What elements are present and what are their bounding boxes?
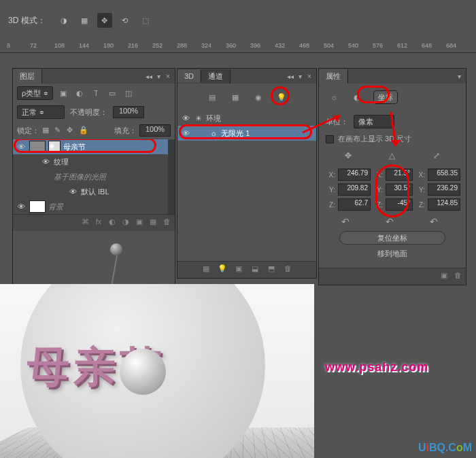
adjustment-icon[interactable]: ◑ — [120, 217, 131, 228]
trash-icon[interactable]: 🗑 — [282, 264, 293, 275]
orbit-icon[interactable]: ◑ — [56, 13, 71, 28]
ruler-tick: 468 — [299, 42, 309, 49]
rotate-axis-icon[interactable]: △ — [386, 151, 399, 164]
reset-pos-icon[interactable]: ↶ — [341, 216, 355, 227]
layer-item-ibl[interactable]: 👁 默认 IBL — [13, 184, 175, 199]
layer-thumb[interactable] — [29, 200, 46, 213]
ruler-tick: 108 — [54, 42, 65, 49]
close-icon[interactable]: × — [164, 73, 172, 80]
link-icon[interactable]: ⌘ — [80, 217, 90, 228]
properties-tab[interactable]: 属性 — [319, 69, 348, 84]
pos-y-input[interactable]: 209.82 — [338, 183, 371, 196]
move-icon[interactable]: ✥ — [97, 13, 112, 28]
brand-char: U — [418, 442, 426, 453]
layer-item-texture[interactable]: 👁 纹理 — [13, 154, 175, 169]
pan-icon[interactable]: ▦ — [77, 13, 92, 28]
move-to-ground-button[interactable]: 移到地面 — [339, 247, 445, 261]
render-icon[interactable]: ▦ — [201, 264, 211, 275]
layers-tab[interactable]: 图层 — [13, 69, 42, 84]
pos-x-input[interactable]: 246.79 — [338, 169, 371, 181]
fx-icon[interactable]: fx — [93, 217, 104, 228]
lock-pixels-icon[interactable]: ▦ — [42, 126, 52, 135]
channels-tab[interactable]: 通道 — [201, 69, 231, 84]
panel-header: 属性 ▾ — [319, 69, 466, 84]
3d-item-environment[interactable]: 👁 ☀ 环境 — [177, 111, 316, 126]
3d-footer: ▦ 💡 ▣ ⬓ ⬒ 🗑 — [177, 261, 316, 278]
pos-z-input[interactable]: 62.7 — [338, 198, 371, 211]
menu-icon[interactable]: ▾ — [154, 73, 163, 80]
watermark-url: www.psahz.com — [325, 360, 428, 374]
filter-scene-icon[interactable]: ▤ — [205, 90, 219, 104]
material-icon[interactable]: ⬓ — [250, 264, 260, 275]
new-light-icon[interactable]: 💡 — [217, 264, 228, 275]
ruler-tick: 72 — [30, 42, 37, 49]
ruler-tick: 324 — [201, 42, 211, 49]
move-axis-icon[interactable]: ✥ — [341, 151, 355, 164]
opacity-input[interactable]: 100% — [113, 106, 144, 118]
collapse-icon[interactable]: ◂◂ — [286, 73, 294, 80]
visibility-eye-icon[interactable]: 👁 — [40, 158, 51, 166]
ruler-tick: 180 — [103, 42, 114, 49]
lock-move-icon[interactable]: ✥ — [67, 126, 76, 135]
reset-rot-icon[interactable]: ↶ — [386, 216, 399, 227]
filter-type-select[interactable]: ρ 类型≑ — [17, 86, 53, 100]
sca-y-input[interactable]: 236.29 — [428, 183, 460, 196]
mask-icon[interactable]: ◐ — [107, 217, 118, 228]
ruler-tick: 216 — [128, 42, 138, 49]
reset-sca-icon[interactable]: ↶ — [430, 216, 443, 227]
camera-icon[interactable]: ▣ — [233, 264, 244, 275]
layers-panel: 图层 ◂◂ ▾ × ρ 类型≑ ▣ ◐ T ▭ ◫ 正常≑ 不透明度： 100%… — [12, 68, 175, 285]
annotation-oval — [357, 86, 390, 103]
layer-item-background[interactable]: 👁 背景 — [13, 199, 175, 214]
annotation-circle — [271, 86, 290, 105]
filter-smart-icon[interactable]: ◫ — [122, 87, 135, 99]
fill-input[interactable]: 100% — [139, 124, 171, 137]
light-handle-head[interactable] — [110, 243, 122, 256]
unit-value: 像素 — [358, 117, 373, 127]
light-gizmo-sphere[interactable] — [120, 349, 166, 395]
unit-select[interactable]: 像素 — [354, 115, 394, 128]
sca-x-input[interactable]: 658.35 — [428, 169, 460, 181]
properties-panel: 属性 ▾ ☼ ◐ 坐标 单位： 像素 在画布上显示 3D 尺寸 ✥ △ ⤢ X:… — [318, 68, 466, 285]
unit-label: 单位： — [326, 117, 348, 127]
layer-item-ibl-group[interactable]: 基于图像的光照 — [13, 169, 175, 184]
show-3d-size-checkbox[interactable] — [326, 135, 334, 143]
filter-mesh-icon[interactable]: ▦ — [228, 90, 242, 104]
blend-mode-select[interactable]: 正常≑ — [17, 105, 65, 119]
filter-type-icon[interactable]: T — [90, 87, 102, 99]
ruler-tick: 396 — [250, 42, 260, 49]
rotate-icon[interactable]: ⟲ — [118, 13, 133, 28]
scale-axis-icon[interactable]: ⤢ — [430, 151, 443, 164]
new-layer-icon[interactable]: ▦ — [148, 217, 158, 228]
3d-tab[interactable]: 3D — [177, 70, 201, 82]
z-label: Z: — [326, 201, 335, 209]
visibility-eye-icon[interactable]: 👁 — [67, 188, 78, 196]
annotation-oval — [14, 139, 156, 153]
layer-scrollbar[interactable] — [168, 139, 175, 214]
filter-shape-icon[interactable]: ▭ — [106, 87, 118, 99]
reset-coords-button[interactable]: 复位坐标 — [339, 231, 445, 245]
mesh-icon[interactable]: ⬒ — [266, 264, 277, 275]
visibility-eye-icon[interactable]: 👁 — [16, 202, 27, 211]
menu-icon[interactable]: ▾ — [296, 73, 304, 80]
light-props-icon[interactable]: ☼ — [327, 90, 341, 104]
menu-icon[interactable]: ▾ — [455, 73, 463, 80]
visibility-eye-icon[interactable]: 👁 — [180, 114, 191, 122]
filter-material-icon[interactable]: ◉ — [252, 90, 265, 104]
close-icon[interactable]: × — [305, 73, 313, 80]
lock-all-icon[interactable]: 🔒 — [79, 126, 88, 135]
3d-item-name: 环境 — [206, 113, 221, 124]
ruler-tick: 576 — [373, 42, 383, 49]
filter-adjust-icon[interactable]: ◐ — [73, 87, 86, 99]
sca-z-input[interactable]: 124.85 — [428, 198, 460, 211]
filter-pixel-icon[interactable]: ▣ — [57, 87, 69, 99]
layer-list: 👁 ◈ 母亲节 👁 纹理 基于图像的光照 👁 默认 IBL 👁 背景 — [13, 139, 175, 214]
trash-icon[interactable]: 🗑 — [452, 271, 463, 282]
trash-icon[interactable]: 🗑 — [161, 217, 172, 228]
lock-brush-icon[interactable]: ✎ — [54, 126, 64, 135]
canvas-preview[interactable]: 母亲节 — [0, 284, 314, 458]
scale-icon[interactable]: ⬚ — [138, 13, 153, 28]
render-icon[interactable]: ▣ — [439, 271, 449, 282]
folder-icon[interactable]: ▣ — [134, 217, 145, 228]
collapse-icon[interactable]: ◂◂ — [145, 73, 153, 80]
